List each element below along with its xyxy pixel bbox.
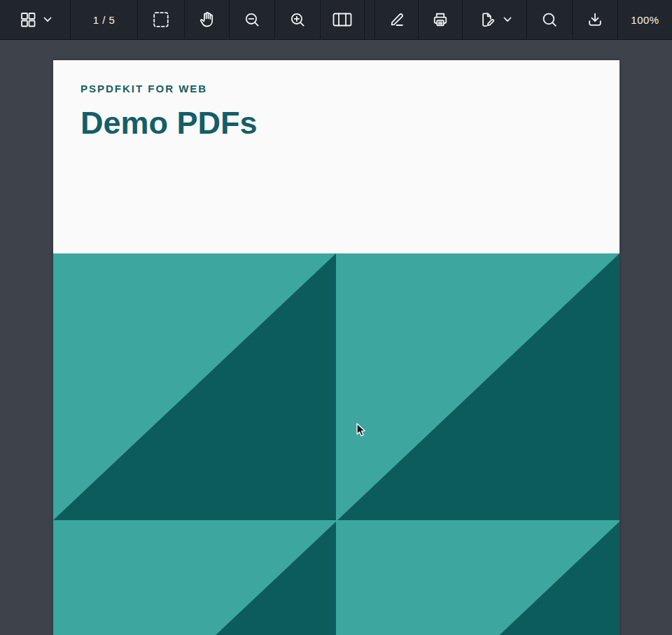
magnifier-plus-icon [289,11,307,29]
zoom-in-button[interactable] [275,0,320,39]
columns-icon [332,11,353,28]
hand-icon [197,11,216,29]
download-icon [586,11,604,29]
dark-triangle [53,522,336,635]
thumbnails-button[interactable] [0,0,70,39]
sign-button[interactable] [463,0,526,39]
page-layout-button[interactable] [321,0,364,39]
document-eyebrow: PSPDFKIT FOR WEB [80,83,620,95]
pattern-tile [53,253,336,520]
magnifier-minus-icon [244,11,261,29]
chevron-down-icon [503,17,512,22]
toolbar-group-gap [365,0,374,39]
document-title: Demo PDFs [80,105,620,141]
dark-triangle [337,253,620,520]
search-button[interactable] [527,0,572,39]
dark-triangle [53,253,336,520]
pattern-tile [53,522,336,635]
document-pencil-icon [478,11,497,29]
print-button[interactable] [419,0,462,39]
zoom-level-label: 100% [618,0,672,39]
toolbar: 1 / 5 [0,0,672,40]
page-indicator[interactable]: 1 / 5 [71,0,137,39]
pattern-tile [337,522,620,635]
dark-triangle [337,522,620,635]
annotate-button[interactable] [375,0,418,39]
pencil-icon [388,11,406,29]
pattern-tile [337,253,620,520]
pan-tool-button[interactable] [185,0,229,39]
dashed-rectangle-icon [152,11,170,29]
pdf-page: PSPDFKIT FOR WEB Demo PDFs [53,60,620,635]
printer-icon [431,11,449,29]
chevron-down-icon [43,17,52,22]
magnifier-icon [540,11,559,29]
download-button[interactable] [573,0,617,39]
triangle-pattern [53,253,620,635]
document-viewport[interactable]: PSPDFKIT FOR WEB Demo PDFs [0,40,672,635]
zoom-out-button[interactable] [230,0,274,39]
marquee-select-button[interactable] [138,0,184,39]
pdf-page-header: PSPDFKIT FOR WEB Demo PDFs [53,60,620,253]
grid-icon [19,11,37,29]
